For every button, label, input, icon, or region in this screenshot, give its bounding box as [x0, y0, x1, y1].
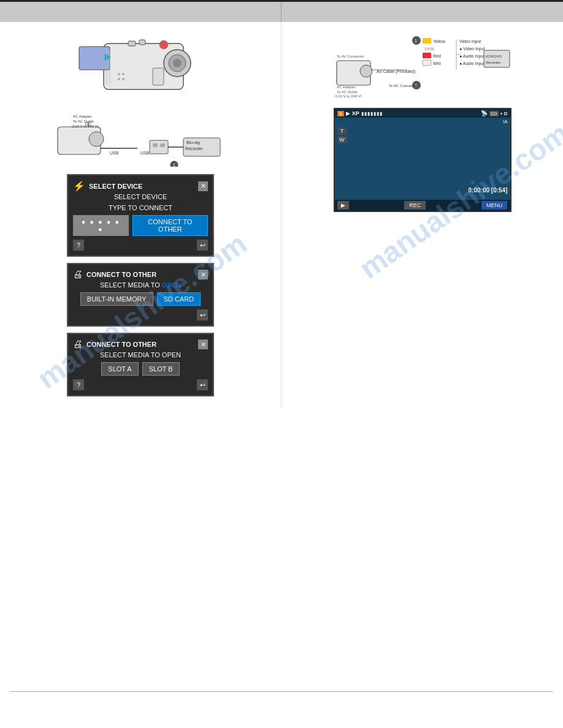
dialog-btn-slot-a[interactable]: SLOT A	[101, 362, 138, 376]
viewfinder-bottom-bar: ▶ REC MENU	[335, 200, 510, 211]
svg-text:(110 V to 240 V): (110 V to 240 V)	[72, 124, 99, 128]
dialog-btn-builtin[interactable]: BUILT-IN MEMORY	[80, 292, 153, 306]
svg-text:Vmix: Vmix	[424, 47, 434, 51]
printer-icon-2: 🖨	[73, 339, 83, 350]
vf-timer: 0:00:00 [0:54]	[469, 187, 508, 194]
svg-text:Recorder: Recorder	[486, 61, 501, 64]
svg-text:Wht: Wht	[433, 61, 441, 66]
select-media-text: SELECT MEDIA TO	[100, 281, 160, 289]
av-connection-svg: AV Cable (Provided) 1 Yellow Video Input…	[334, 27, 511, 97]
footnote-area	[10, 691, 553, 697]
dialog-subtitle-1b: TYPE TO CONNECT	[73, 204, 208, 211]
viewfinder: S ▶ XP ▮▮▮▮▮▮▮ 📡 SD D IA T	[334, 108, 511, 212]
svg-text:Recorder: Recorder	[185, 146, 203, 151]
vf-sd-icon: SD	[489, 111, 499, 116]
page-header	[0, 0, 563, 22]
dialog-close-btn-1[interactable]: ✕	[198, 181, 208, 191]
svg-rect-41	[423, 38, 431, 44]
svg-point-3	[173, 59, 182, 67]
viewfinder-container: S ▶ XP ▮▮▮▮▮▮▮ 📡 SD D IA T	[289, 108, 556, 212]
svg-point-14	[118, 78, 120, 80]
viewfinder-icons-left: S ▶ XP ▮▮▮▮▮▮▮	[337, 110, 383, 116]
dialog-back-btn-3[interactable]: ↩	[197, 379, 208, 390]
svg-rect-25	[160, 143, 165, 147]
svg-text:Blu-ray: Blu-ray	[186, 140, 201, 145]
svg-point-15	[122, 78, 124, 80]
vf-zoom-controls: T W	[337, 127, 347, 143]
vf-zoom-w[interactable]: W	[337, 136, 347, 143]
dialog-footer-1: ? ↩	[73, 240, 208, 251]
left-column: DC USB USB Blu-ray Recorder AC Adapter T…	[0, 22, 282, 409]
svg-text:VCR/DVD: VCR/DVD	[485, 55, 502, 58]
svg-rect-58	[484, 50, 510, 67]
dialog-btn-connect-other[interactable]: CONNECT TO OTHER	[132, 215, 208, 236]
device-icon: ⚡	[73, 180, 85, 192]
vf-segments: ▮▮▮▮▮▮▮	[361, 111, 383, 116]
vf-dot-sep	[500, 113, 502, 115]
dialog-title-row-1: ⚡ SELECT DEVICE ✕	[73, 180, 208, 192]
svg-point-12	[118, 73, 120, 75]
dialog-connect-other-2: 🖨 CONNECT TO OTHER ✕ SELECT MEDIA TO OPE…	[67, 333, 214, 396]
svg-text:USB: USB	[110, 151, 119, 155]
vf-menu-btn[interactable]: MENU	[481, 201, 508, 210]
dialog-btn-dots[interactable]: ● ● ● ● ● ●	[73, 215, 129, 236]
header-right-title	[282, 2, 563, 21]
svg-rect-10	[153, 68, 164, 85]
dialog-title-row-3: 🖨 CONNECT TO OTHER ✕	[73, 339, 208, 350]
usb-svg: DC USB USB Blu-ray Recorder AC Adapter T…	[55, 108, 226, 167]
dialog-buttons-1: ● ● ● ● ● ● CONNECT TO OTHER	[73, 215, 208, 236]
vf-play-btn[interactable]: ▶	[337, 201, 349, 210]
dialog-close-btn-3[interactable]: ✕	[198, 339, 208, 349]
dialog-select-device: ⚡ SELECT DEVICE ✕ SELECT DEVICE TYPE TO …	[67, 174, 214, 257]
vf-xp-icon: XP	[352, 110, 359, 116]
svg-point-11	[159, 40, 168, 49]
svg-rect-7	[139, 40, 145, 45]
dialog-close-btn-2[interactable]: ✕	[198, 270, 208, 279]
dialog-help-btn-1[interactable]: ?	[73, 240, 84, 251]
svg-text:Yellow: Yellow	[433, 39, 446, 44]
vf-rec-btn[interactable]: REC	[404, 201, 426, 210]
dialog-buttons-2: BUILT-IN MEMORY SD CARD	[73, 292, 208, 306]
main-content: DC USB USB Blu-ray Recorder AC Adapter T…	[0, 22, 563, 409]
vf-radio-icon: 📡	[481, 110, 488, 116]
svg-point-13	[122, 73, 124, 75]
dialog-title-2: CONNECT TO OTHER	[86, 271, 198, 278]
svg-text:1: 1	[173, 163, 175, 167]
dialog-help-btn-3[interactable]: ?	[73, 379, 84, 390]
vf-zoom-t[interactable]: T	[337, 127, 347, 135]
printer-icon-1: 🖨	[73, 269, 83, 280]
open-highlight: OPEN	[162, 281, 181, 289]
vf-d-icon: D	[504, 111, 508, 116]
camera-top-diagram	[7, 28, 274, 102]
svg-rect-23	[150, 140, 168, 154]
camera-usb-diagram: DC USB USB Blu-ray Recorder AC Adapter T…	[7, 107, 274, 168]
viewfinder-top-bar: S ▶ XP ▮▮▮▮▮▮▮ 📡 SD D	[335, 109, 510, 118]
dialog-title-1: SELECT DEVICE	[89, 183, 198, 190]
dialog-back-btn-2[interactable]: ↩	[197, 309, 208, 320]
right-column: AV Cable (Provided) 1 Yellow Video Input…	[282, 22, 563, 409]
svg-text:To DC Connector: To DC Connector	[389, 84, 417, 88]
vf-s-icon: S	[337, 111, 344, 116]
svg-text:AC Adapter: AC Adapter	[73, 115, 92, 118]
dialog-footer-3: ? ↩	[73, 379, 208, 390]
dialog-connect-other-1: 🖨 CONNECT TO OTHER ✕ SELECT MEDIA TO OPE…	[67, 263, 214, 327]
dialog-buttons-3: SLOT A SLOT B	[73, 362, 208, 376]
dialog-subtitle-3: SELECT MEDIA TO OPEN	[73, 351, 208, 358]
svg-text:To AV Connector: To AV Connector	[337, 55, 364, 58]
svg-point-17	[89, 132, 104, 146]
camera-svg	[73, 31, 208, 99]
dialog-subtitle-1a: SELECT DEVICE	[73, 193, 208, 200]
dialog-back-btn-1[interactable]: ↩	[197, 240, 208, 251]
dialog-btn-sd[interactable]: SD CARD	[157, 292, 201, 306]
svg-text:1: 1	[415, 39, 417, 43]
dialog-btn-slot-b[interactable]: SLOT B	[142, 362, 180, 376]
vf-ia-label: IA	[503, 119, 508, 124]
viewfinder-icons-right: 📡 SD D	[481, 110, 508, 116]
svg-text:Video Input: Video Input	[459, 39, 481, 44]
svg-text:● Video Input: ● Video Input	[459, 47, 485, 51]
dialog-footer-2: ↩	[73, 309, 208, 320]
svg-point-36	[360, 65, 372, 77]
dialog-title-row-2: 🖨 CONNECT TO OTHER ✕	[73, 269, 208, 280]
svg-rect-49	[423, 60, 431, 66]
av-connection-diagram: AV Cable (Provided) 1 Yellow Video Input…	[289, 28, 556, 96]
